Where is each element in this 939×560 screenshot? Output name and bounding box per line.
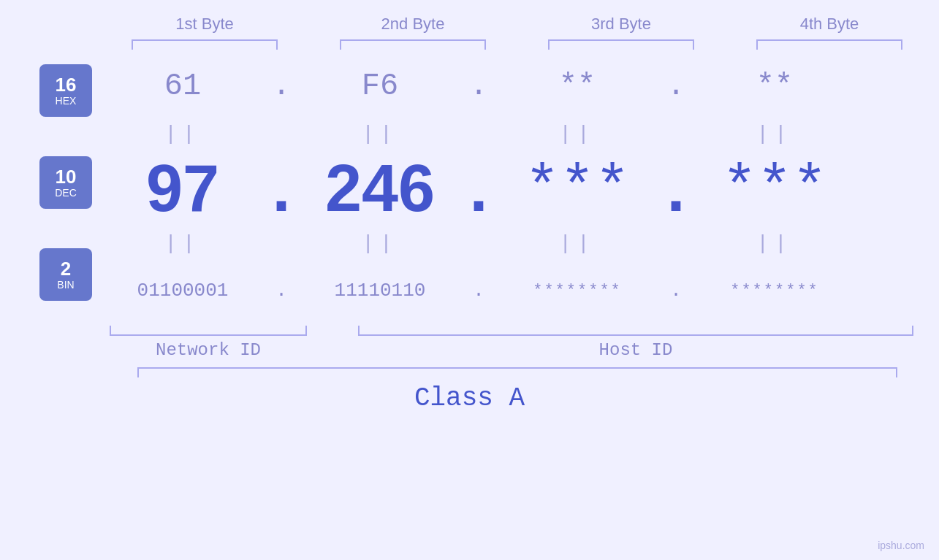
bin-b2: 11110110 bbox=[300, 280, 460, 302]
dec-b2: 246 bbox=[300, 151, 460, 226]
eq1-b2: || bbox=[300, 123, 460, 145]
hex-badge-base: HEX bbox=[56, 95, 77, 107]
byte-headers: 1st Byte 2nd Byte 3rd Byte 4th Byte bbox=[101, 15, 934, 34]
hex-badge: 16 HEX bbox=[39, 64, 92, 117]
bin-badge: 2 BIN bbox=[39, 248, 92, 301]
eq2-b1: || bbox=[102, 232, 263, 255]
eq2-b2: || bbox=[300, 232, 460, 255]
byte2-header: 2nd Byte bbox=[332, 15, 493, 34]
eq2-b3: || bbox=[497, 232, 658, 255]
content-area: 16 HEX 10 DEC 2 BIN 61 bbox=[0, 57, 939, 360]
eq2-b4: || bbox=[694, 232, 855, 255]
dec-b4: *** bbox=[694, 156, 855, 222]
eq1-b3: || bbox=[497, 123, 658, 145]
hex-dot2: . bbox=[460, 69, 497, 104]
hex-row: 61 . F6 . ** . ** bbox=[102, 57, 939, 115]
dec-dot2: . bbox=[460, 151, 497, 226]
main-container: 1st Byte 2nd Byte 3rd Byte 4th Byte 16 H… bbox=[0, 0, 939, 560]
hex-b1: 61 bbox=[102, 69, 263, 104]
bin-b3: ******** bbox=[497, 282, 658, 300]
labels-column: 16 HEX 10 DEC 2 BIN bbox=[0, 57, 102, 301]
bin-row: 01100001 . 11110110 . ******** . bbox=[102, 261, 939, 320]
bottom-bracket-row bbox=[102, 326, 939, 336]
equals-row-2: || || || || bbox=[102, 225, 939, 261]
equals-row-1: || || || || bbox=[102, 115, 939, 152]
watermark: ipshu.com bbox=[878, 540, 924, 551]
id-label-gap bbox=[307, 340, 351, 360]
values-area: 61 . F6 . ** . ** bbox=[102, 57, 939, 360]
dec-b1: 97 bbox=[102, 151, 263, 226]
dec-row: 97 . 246 . *** . *** bbox=[102, 152, 939, 225]
byte4-header: 4th Byte bbox=[749, 15, 910, 34]
host-id-label: Host ID bbox=[358, 340, 913, 360]
bin-badge-num: 2 bbox=[61, 258, 71, 280]
id-labels-row: Network ID Host ID bbox=[102, 340, 939, 360]
bracket-byte4 bbox=[756, 39, 902, 50]
class-bracket bbox=[137, 367, 897, 377]
bin-dot1: . bbox=[263, 280, 300, 302]
bracket-byte1 bbox=[132, 39, 278, 50]
byte1-header: 1st Byte bbox=[124, 15, 285, 34]
network-bracket bbox=[110, 326, 307, 336]
hex-badge-num: 16 bbox=[56, 74, 77, 96]
bin-dot3: . bbox=[658, 280, 694, 302]
bin-b4: ******** bbox=[694, 282, 855, 300]
hex-dot3: . bbox=[658, 69, 694, 104]
bracket-byte2 bbox=[340, 39, 486, 50]
hex-b3: ** bbox=[497, 69, 658, 104]
top-bracket-row bbox=[101, 39, 934, 50]
dec-dot1: . bbox=[263, 151, 300, 226]
bin-badge-base: BIN bbox=[57, 279, 74, 291]
dec-b3: *** bbox=[497, 156, 658, 222]
dec-badge-base: DEC bbox=[55, 187, 77, 199]
host-bracket bbox=[358, 326, 913, 336]
byte3-header: 3rd Byte bbox=[541, 15, 702, 34]
hex-b4: ** bbox=[694, 69, 855, 104]
eq1-b1: || bbox=[102, 123, 263, 145]
network-id-label: Network ID bbox=[110, 340, 307, 360]
bin-b1: 01100001 bbox=[102, 280, 263, 302]
bin-dot2: . bbox=[460, 280, 497, 302]
dec-badge: 10 DEC bbox=[39, 156, 92, 209]
class-section: Class A bbox=[0, 367, 939, 413]
dec-badge-num: 10 bbox=[56, 166, 77, 188]
eq1-b4: || bbox=[694, 123, 855, 145]
bracket-byte3 bbox=[548, 39, 694, 50]
class-label: Class A bbox=[414, 383, 525, 413]
hex-b2: F6 bbox=[300, 69, 460, 104]
dec-dot3: . bbox=[658, 151, 694, 226]
hex-dot1: . bbox=[263, 69, 300, 104]
